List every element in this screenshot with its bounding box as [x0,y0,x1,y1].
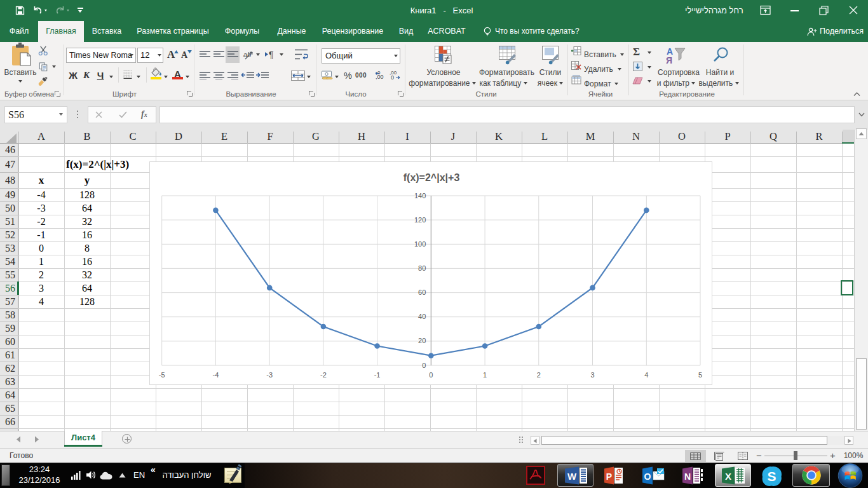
svg-text:W: W [567,471,577,482]
svg-text:-1: -1 [374,371,381,379]
svg-text:0: 0 [422,362,426,369]
svg-text:60: 60 [418,288,426,296]
svg-text:0: 0 [391,74,394,80]
svg-text:-2: -2 [320,371,327,379]
svg-text:-5: -5 [159,371,165,379]
svg-text:-3: -3 [266,371,273,379]
svg-text:P: P [606,471,612,482]
svg-text:80: 80 [418,264,426,272]
svg-text:0: 0 [429,371,433,379]
svg-text:4: 4 [644,371,648,379]
svg-text:1: 1 [483,371,487,379]
svg-text:f(x)=2^|x|+3: f(x)=2^|x|+3 [403,172,460,183]
svg-text:2: 2 [537,371,541,379]
svg-text:3: 3 [590,371,594,379]
svg-text:-4: -4 [213,371,219,379]
svg-text:20: 20 [418,337,426,344]
svg-text:100: 100 [414,240,426,248]
svg-text:X: X [725,471,731,482]
svg-text:O: O [644,471,651,482]
svg-text:140: 140 [414,192,426,200]
svg-text:5: 5 [698,371,702,379]
svg-text:S: S [767,469,776,484]
svg-text:¶: ¶ [269,50,274,59]
svg-text:120: 120 [414,216,426,224]
svg-text:Я: Я [666,55,672,65]
svg-text:40: 40 [418,313,426,320]
svg-text:N: N [684,471,691,482]
